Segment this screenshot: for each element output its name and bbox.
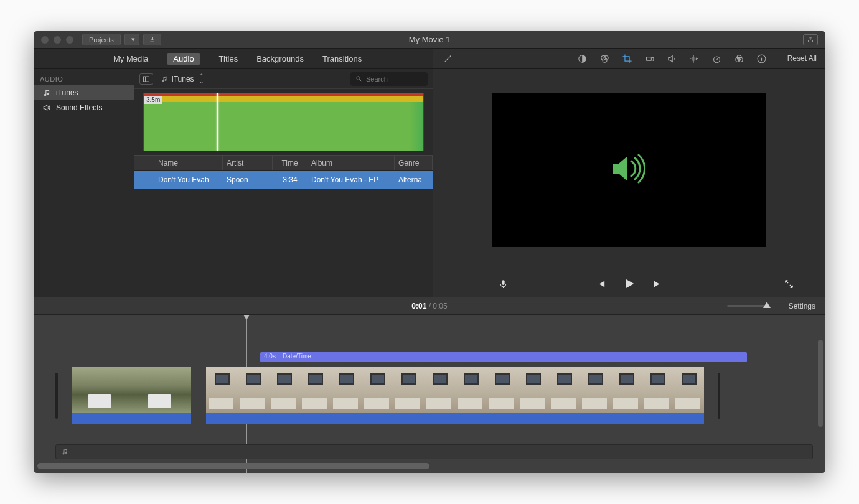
video-clip-1[interactable] (72, 367, 191, 424)
music-note-icon (161, 75, 168, 83)
preview-screen[interactable] (492, 93, 766, 247)
tab-backgrounds[interactable]: Backgrounds (256, 54, 304, 63)
zoom-window-icon[interactable] (66, 36, 73, 44)
magic-wand-icon[interactable] (442, 53, 453, 64)
table-row[interactable]: Don't You Evah Spoon 3:34 Don't You Evah… (134, 171, 433, 189)
skimmer-playhead[interactable] (217, 93, 218, 151)
svg-line-4 (360, 80, 361, 81)
info-icon[interactable] (756, 53, 767, 64)
clip-audio-strip[interactable] (72, 413, 191, 424)
tab-titles[interactable]: Titles (219, 54, 238, 63)
cell-name: Don't You Evah (154, 171, 223, 189)
timeline[interactable]: 4.0s – Date/Time (34, 315, 825, 473)
close-window-icon[interactable] (41, 36, 49, 44)
noise-reduction-icon[interactable] (689, 53, 700, 64)
audio-waveform-preview[interactable]: 3.5m (143, 93, 424, 151)
color-correction-icon[interactable] (599, 53, 611, 64)
clip-trim-handle[interactable] (55, 373, 58, 419)
timeline-horizontal-scrollbar[interactable] (37, 463, 822, 469)
media-tabs: My Media Audio Titles Backgrounds Transi… (34, 49, 433, 69)
reset-all-button[interactable]: Reset All (787, 54, 817, 63)
cell-album: Don't You Evah - EP (307, 171, 395, 189)
project-title: My Movie 1 (409, 35, 450, 44)
titlebar: Projects ▾ My Movie 1 (34, 31, 825, 49)
cell-time: 3:34 (273, 171, 307, 189)
playhead-time: 0:01 / 0:05 (411, 302, 447, 310)
fullscreen-button[interactable] (784, 279, 794, 289)
svg-point-3 (357, 77, 360, 80)
tab-my-media[interactable]: My Media (113, 54, 148, 63)
svg-rect-9 (647, 57, 652, 60)
projects-button[interactable]: Projects (82, 34, 121, 45)
waveform-duration-badge: 3.5m (144, 96, 162, 104)
tab-audio[interactable]: Audio (167, 53, 200, 65)
volume-icon[interactable] (667, 53, 678, 64)
search-icon (355, 75, 362, 82)
voiceover-button[interactable] (498, 279, 509, 289)
chevron-updown-icon: ⌃⌄ (199, 73, 204, 85)
dropdown-label: iTunes (172, 75, 194, 83)
audio-sidebar: AUDIO iTunes Sound Effects (34, 69, 134, 297)
svg-point-10 (714, 56, 720, 62)
app-window: Projects ▾ My Movie 1 My Media Audio Tit… (34, 31, 825, 473)
transport-controls (433, 271, 825, 297)
video-clip-2[interactable] (206, 367, 704, 424)
svg-rect-1 (144, 77, 149, 82)
svg-rect-15 (502, 280, 504, 285)
settings-button[interactable]: Settings (789, 302, 815, 310)
color-filter-icon[interactable] (734, 53, 745, 64)
col-genre[interactable]: Genre (395, 156, 433, 170)
color-balance-icon[interactable] (577, 53, 588, 64)
previous-button[interactable] (596, 279, 606, 289)
sidebar-item-sound-effects[interactable]: Sound Effects (34, 100, 134, 115)
cell-artist: Spoon (223, 171, 273, 189)
library-dropdown[interactable]: iTunes ⌃⌄ (158, 73, 207, 85)
search-field[interactable] (366, 75, 422, 83)
music-note-icon (42, 88, 51, 97)
import-media-button[interactable]: ▾ (124, 34, 139, 45)
audio-track-table: Name Artist Time Album Genre Don't You E… (134, 155, 433, 297)
toggle-sidebar-button[interactable] (139, 73, 153, 85)
col-artist[interactable]: Artist (223, 156, 273, 170)
speed-icon[interactable] (711, 53, 723, 64)
sidebar-item-itunes[interactable]: iTunes (34, 85, 134, 100)
next-button[interactable] (652, 279, 663, 289)
sidebar-item-label: iTunes (56, 88, 78, 97)
sound-icon (42, 103, 51, 112)
adjustment-toolbar: Reset All (433, 49, 825, 69)
clip-trim-handle[interactable] (718, 373, 720, 419)
music-well[interactable] (55, 444, 813, 459)
col-album[interactable]: Album (307, 156, 395, 170)
col-time[interactable]: Time (273, 156, 307, 170)
tab-transitions[interactable]: Transitions (322, 54, 362, 63)
table-header: Name Artist Time Album Genre (134, 155, 433, 171)
cell-genre: Alterna (395, 171, 433, 189)
zoom-slider[interactable] (727, 305, 769, 307)
download-button[interactable] (143, 34, 161, 45)
crop-icon[interactable] (622, 53, 633, 64)
stabilization-icon[interactable] (644, 53, 655, 64)
sidebar-heading: AUDIO (34, 73, 134, 85)
sidebar-item-label: Sound Effects (56, 103, 103, 112)
timeline-vertical-scrollbar[interactable] (818, 340, 823, 427)
title-clip[interactable]: 4.0s – Date/Time (260, 352, 747, 362)
preview-viewer (433, 69, 825, 271)
timeline-header: 0:01 / 0:05 Settings (34, 297, 825, 315)
window-controls (41, 36, 73, 44)
browser-toolbar: iTunes ⌃⌄ (134, 69, 433, 89)
music-note-icon (61, 448, 68, 455)
clip-audio-strip[interactable] (206, 413, 704, 424)
share-button[interactable] (803, 34, 818, 45)
play-button[interactable] (622, 277, 636, 291)
audio-playing-icon (609, 154, 650, 186)
search-input[interactable] (350, 72, 428, 86)
minimize-window-icon[interactable] (54, 36, 61, 44)
col-name[interactable]: Name (154, 156, 223, 170)
